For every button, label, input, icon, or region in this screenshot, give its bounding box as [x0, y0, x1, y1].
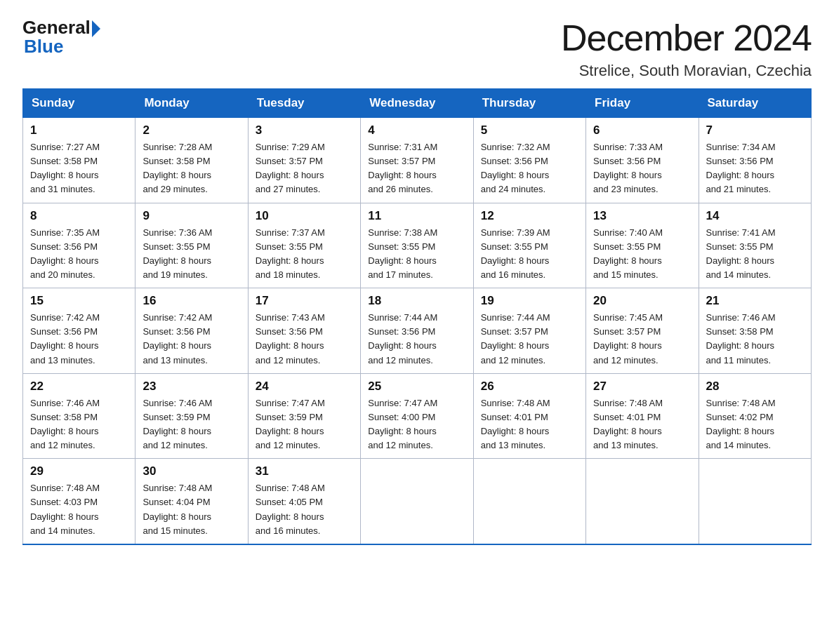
- week-row-1: 1Sunrise: 7:27 AM Sunset: 3:58 PM Daylig…: [23, 118, 812, 203]
- week-row-2: 8Sunrise: 7:35 AM Sunset: 3:56 PM Daylig…: [23, 203, 812, 288]
- day-info: Sunrise: 7:28 AM Sunset: 3:58 PM Dayligh…: [143, 140, 240, 197]
- day-number: 21: [706, 294, 804, 308]
- title-block: December 2024 Strelice, South Moravian, …: [561, 17, 812, 80]
- calendar-cell: 20Sunrise: 7:45 AM Sunset: 3:57 PM Dayli…: [586, 288, 699, 374]
- day-info: Sunrise: 7:41 AM Sunset: 3:55 PM Dayligh…: [706, 226, 804, 283]
- day-info: Sunrise: 7:37 AM Sunset: 3:55 PM Dayligh…: [256, 226, 353, 283]
- calendar-cell: 16Sunrise: 7:42 AM Sunset: 3:56 PM Dayli…: [135, 288, 248, 374]
- day-info: Sunrise: 7:29 AM Sunset: 3:57 PM Dayligh…: [256, 140, 353, 197]
- header-cell-sunday: Sunday: [23, 89, 135, 118]
- calendar-cell: [586, 459, 699, 544]
- day-info: Sunrise: 7:45 AM Sunset: 3:57 PM Dayligh…: [593, 311, 691, 368]
- header-cell-tuesday: Tuesday: [248, 89, 360, 118]
- day-info: Sunrise: 7:40 AM Sunset: 3:55 PM Dayligh…: [593, 226, 691, 283]
- day-info: Sunrise: 7:36 AM Sunset: 3:55 PM Dayligh…: [143, 226, 240, 283]
- calendar-cell: 13Sunrise: 7:40 AM Sunset: 3:55 PM Dayli…: [586, 203, 699, 288]
- day-info: Sunrise: 7:44 AM Sunset: 3:57 PM Dayligh…: [481, 311, 578, 368]
- day-number: 13: [593, 209, 691, 223]
- day-number: 30: [143, 464, 240, 478]
- day-info: Sunrise: 7:33 AM Sunset: 3:56 PM Dayligh…: [593, 140, 691, 197]
- day-info: Sunrise: 7:31 AM Sunset: 3:57 PM Dayligh…: [368, 140, 465, 197]
- day-number: 31: [256, 464, 353, 478]
- calendar-cell: 4Sunrise: 7:31 AM Sunset: 3:57 PM Daylig…: [361, 118, 473, 203]
- day-info: Sunrise: 7:42 AM Sunset: 3:56 PM Dayligh…: [143, 311, 240, 368]
- calendar-cell: [699, 459, 811, 544]
- day-info: Sunrise: 7:35 AM Sunset: 3:56 PM Dayligh…: [30, 226, 128, 283]
- calendar-cell: 19Sunrise: 7:44 AM Sunset: 3:57 PM Dayli…: [473, 288, 585, 374]
- day-number: 28: [706, 380, 804, 394]
- calendar-cell: 25Sunrise: 7:47 AM Sunset: 4:00 PM Dayli…: [361, 373, 473, 459]
- day-number: 11: [368, 209, 465, 223]
- day-info: Sunrise: 7:46 AM Sunset: 3:59 PM Dayligh…: [143, 396, 240, 453]
- calendar-cell: [473, 459, 585, 544]
- calendar-cell: 10Sunrise: 7:37 AM Sunset: 3:55 PM Dayli…: [248, 203, 360, 288]
- day-info: Sunrise: 7:48 AM Sunset: 4:02 PM Dayligh…: [706, 396, 804, 453]
- day-number: 25: [368, 380, 465, 394]
- day-number: 12: [481, 209, 578, 223]
- calendar-cell: 17Sunrise: 7:43 AM Sunset: 3:56 PM Dayli…: [248, 288, 360, 374]
- calendar-cell: 29Sunrise: 7:48 AM Sunset: 4:03 PM Dayli…: [23, 459, 135, 544]
- calendar-cell: 12Sunrise: 7:39 AM Sunset: 3:55 PM Dayli…: [473, 203, 585, 288]
- calendar-cell: 8Sunrise: 7:35 AM Sunset: 3:56 PM Daylig…: [23, 203, 135, 288]
- calendar-body: 1Sunrise: 7:27 AM Sunset: 3:58 PM Daylig…: [23, 118, 812, 544]
- header-cell-thursday: Thursday: [473, 89, 585, 118]
- logo: General Blue: [22, 17, 100, 58]
- header-cell-monday: Monday: [135, 89, 248, 118]
- calendar-cell: 6Sunrise: 7:33 AM Sunset: 3:56 PM Daylig…: [586, 118, 699, 203]
- week-row-3: 15Sunrise: 7:42 AM Sunset: 3:56 PM Dayli…: [23, 288, 812, 374]
- day-info: Sunrise: 7:46 AM Sunset: 3:58 PM Dayligh…: [706, 311, 804, 368]
- day-info: Sunrise: 7:48 AM Sunset: 4:04 PM Dayligh…: [143, 481, 240, 538]
- day-number: 24: [256, 380, 353, 394]
- day-number: 15: [30, 294, 128, 308]
- day-number: 17: [256, 294, 353, 308]
- logo-arrow-icon: [92, 20, 100, 37]
- calendar-cell: 5Sunrise: 7:32 AM Sunset: 3:56 PM Daylig…: [473, 118, 585, 203]
- calendar-cell: 23Sunrise: 7:46 AM Sunset: 3:59 PM Dayli…: [135, 373, 248, 459]
- calendar-cell: 30Sunrise: 7:48 AM Sunset: 4:04 PM Dayli…: [135, 459, 248, 544]
- day-info: Sunrise: 7:34 AM Sunset: 3:56 PM Dayligh…: [706, 140, 804, 197]
- calendar-cell: 14Sunrise: 7:41 AM Sunset: 3:55 PM Dayli…: [699, 203, 811, 288]
- calendar-header: SundayMondayTuesdayWednesdayThursdayFrid…: [23, 89, 812, 118]
- day-info: Sunrise: 7:48 AM Sunset: 4:05 PM Dayligh…: [256, 481, 353, 538]
- calendar-cell: 27Sunrise: 7:48 AM Sunset: 4:01 PM Dayli…: [586, 373, 699, 459]
- calendar-cell: 24Sunrise: 7:47 AM Sunset: 3:59 PM Dayli…: [248, 373, 360, 459]
- calendar-title: December 2024: [561, 17, 812, 59]
- day-number: 22: [30, 380, 128, 394]
- week-row-4: 22Sunrise: 7:46 AM Sunset: 3:58 PM Dayli…: [23, 373, 812, 459]
- day-number: 16: [143, 294, 240, 308]
- day-info: Sunrise: 7:48 AM Sunset: 4:01 PM Dayligh…: [481, 396, 578, 453]
- day-info: Sunrise: 7:46 AM Sunset: 3:58 PM Dayligh…: [30, 396, 128, 453]
- day-info: Sunrise: 7:48 AM Sunset: 4:03 PM Dayligh…: [30, 481, 128, 538]
- day-info: Sunrise: 7:44 AM Sunset: 3:56 PM Dayligh…: [368, 311, 465, 368]
- calendar-cell: 28Sunrise: 7:48 AM Sunset: 4:02 PM Dayli…: [699, 373, 811, 459]
- day-info: Sunrise: 7:47 AM Sunset: 3:59 PM Dayligh…: [256, 396, 353, 453]
- day-number: 27: [593, 380, 691, 394]
- calendar-cell: 26Sunrise: 7:48 AM Sunset: 4:01 PM Dayli…: [473, 373, 585, 459]
- day-info: Sunrise: 7:48 AM Sunset: 4:01 PM Dayligh…: [593, 396, 691, 453]
- day-info: Sunrise: 7:39 AM Sunset: 3:55 PM Dayligh…: [481, 226, 578, 283]
- calendar-cell: 11Sunrise: 7:38 AM Sunset: 3:55 PM Dayli…: [361, 203, 473, 288]
- calendar-cell: 15Sunrise: 7:42 AM Sunset: 3:56 PM Dayli…: [23, 288, 135, 374]
- day-number: 7: [706, 123, 804, 137]
- header-cell-saturday: Saturday: [699, 89, 811, 118]
- logo-blue-text: Blue: [24, 36, 63, 58]
- calendar-cell: 31Sunrise: 7:48 AM Sunset: 4:05 PM Dayli…: [248, 459, 360, 544]
- calendar-cell: 7Sunrise: 7:34 AM Sunset: 3:56 PM Daylig…: [699, 118, 811, 203]
- day-info: Sunrise: 7:32 AM Sunset: 3:56 PM Dayligh…: [481, 140, 578, 197]
- day-info: Sunrise: 7:27 AM Sunset: 3:58 PM Dayligh…: [30, 140, 128, 197]
- calendar-cell: 21Sunrise: 7:46 AM Sunset: 3:58 PM Dayli…: [699, 288, 811, 374]
- calendar-subtitle: Strelice, South Moravian, Czechia: [561, 62, 812, 80]
- day-number: 2: [143, 123, 240, 137]
- day-number: 18: [368, 294, 465, 308]
- day-number: 9: [143, 209, 240, 223]
- day-info: Sunrise: 7:43 AM Sunset: 3:56 PM Dayligh…: [256, 311, 353, 368]
- day-info: Sunrise: 7:47 AM Sunset: 4:00 PM Dayligh…: [368, 396, 465, 453]
- day-number: 29: [30, 464, 128, 478]
- day-number: 26: [481, 380, 578, 394]
- calendar-cell: 22Sunrise: 7:46 AM Sunset: 3:58 PM Dayli…: [23, 373, 135, 459]
- day-number: 3: [256, 123, 353, 137]
- day-number: 4: [368, 123, 465, 137]
- day-number: 10: [256, 209, 353, 223]
- day-number: 20: [593, 294, 691, 308]
- day-info: Sunrise: 7:42 AM Sunset: 3:56 PM Dayligh…: [30, 311, 128, 368]
